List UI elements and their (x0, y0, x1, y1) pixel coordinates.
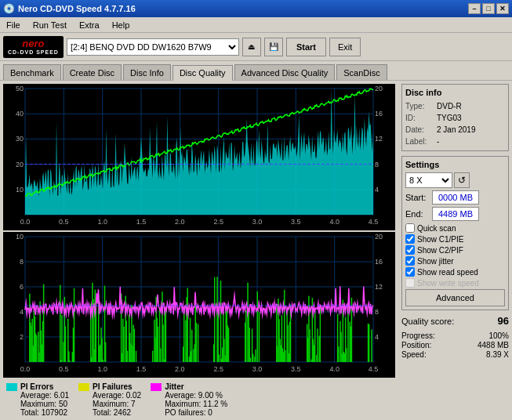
nero-logo: nero CD-DVD SPEED (3, 36, 64, 58)
start-row: Start: (405, 190, 505, 205)
speed-row: Speed: 8.39 X (401, 350, 509, 359)
quality-score-row: Quality score: 96 (401, 315, 509, 327)
menu-file[interactable]: File (3, 19, 24, 31)
show-read-speed-checkbox[interactable] (405, 267, 415, 277)
start-label: Start: (405, 193, 430, 202)
show-c2pif-row: Show C2/PIF (405, 245, 505, 255)
show-c2pif-checkbox[interactable] (405, 245, 415, 255)
end-input[interactable] (432, 207, 479, 221)
chart-area: PI Errors Average: 6.01 Maximum: 50 Tota… (0, 81, 398, 420)
disc-label-row: Label: - (405, 136, 505, 147)
speed-label: Speed: (401, 350, 427, 359)
quality-score-value: 96 (498, 315, 509, 327)
minimize-button[interactable]: – (468, 3, 481, 14)
chart2-container (3, 232, 395, 378)
legend-jitter: Jitter Average: 9.00 % Maximum: 11.2 % P… (151, 382, 227, 417)
advanced-button[interactable]: Advanced (405, 289, 505, 306)
quality-score-label: Quality score: (401, 317, 454, 326)
tabs: Benchmark Create Disc Disc Info Disc Qua… (0, 61, 512, 80)
speed-value: 8.39 X (486, 350, 509, 359)
toolbar: nero CD-DVD SPEED [2:4] BENQ DVD DD DW16… (0, 33, 512, 61)
device-select[interactable]: [2:4] BENQ DVD DD DW1620 B7W9 (67, 38, 239, 56)
legend-pi-errors: PI Errors Average: 6.01 Maximum: 50 Tota… (6, 382, 69, 417)
speed-row: 8 X ↺ (405, 172, 505, 188)
show-write-speed-checkbox (405, 278, 415, 288)
eject-button[interactable]: ⏏ (242, 38, 261, 56)
right-panel: Disc info Type: DVD-R ID: TYG03 Date: 2 … (398, 81, 512, 420)
speed-select[interactable]: 8 X (405, 172, 452, 188)
disc-info-title: Disc info (405, 88, 505, 97)
title-bar-text: Nero CD-DVD Speed 4.7.7.16 (18, 4, 136, 13)
settings-box: Settings 8 X ↺ Start: End: Quick scan (401, 156, 509, 310)
menu-bar: File Run Test Extra Help (0, 17, 512, 33)
legend: PI Errors Average: 6.01 Maximum: 50 Tota… (3, 379, 395, 417)
save-button[interactable]: 💾 (264, 38, 283, 56)
jitter-text: Jitter Average: 9.00 % Maximum: 11.2 % P… (165, 382, 227, 417)
show-write-speed-label: Show write speed (417, 279, 479, 288)
show-jitter-checkbox[interactable] (405, 256, 415, 266)
show-c1pie-label: Show C1/PIE (417, 235, 463, 244)
app-icon: 💿 (3, 3, 15, 14)
start-input[interactable] (432, 190, 479, 205)
chart1-canvas (3, 84, 395, 230)
title-bar: 💿 Nero CD-DVD Speed 4.7.7.16 – □ ✕ (0, 0, 512, 17)
show-c1pie-row: Show C1/PIE (405, 234, 505, 244)
disc-type-row: Type: DVD-R (405, 100, 505, 112)
tab-disc-info[interactable]: Disc Info (123, 64, 171, 80)
chart2-canvas (3, 232, 395, 378)
tab-create-disc[interactable]: Create Disc (63, 64, 122, 80)
menu-extra[interactable]: Extra (76, 19, 103, 31)
tab-advanced-disc-quality[interactable]: Advanced Disc Quality (234, 64, 336, 80)
chart1-container (3, 84, 395, 230)
title-bar-controls: – □ ✕ (468, 3, 509, 14)
show-c1pie-checkbox[interactable] (405, 234, 415, 244)
title-bar-left: 💿 Nero CD-DVD Speed 4.7.7.16 (3, 3, 136, 14)
position-value: 4488 MB (478, 341, 509, 349)
show-read-speed-row: Show read speed (405, 267, 505, 277)
tab-disc-quality[interactable]: Disc Quality (172, 65, 233, 81)
disc-date-row: Date: 2 Jan 2019 (405, 124, 505, 136)
pi-errors-text: PI Errors Average: 6.01 Maximum: 50 Tota… (20, 382, 69, 417)
position-row: Position: 4488 MB (401, 341, 509, 349)
end-label: End: (405, 209, 430, 219)
progress-label: Progress: (401, 331, 435, 340)
tab-benchmark[interactable]: Benchmark (3, 64, 61, 80)
show-jitter-label: Show jitter (417, 257, 454, 266)
progress-value: 100% (488, 331, 509, 340)
show-read-speed-label: Show read speed (417, 268, 478, 277)
tab-scandisc[interactable]: ScanDisc (336, 64, 387, 80)
quick-scan-checkbox[interactable] (405, 223, 415, 233)
exit-button[interactable]: Exit (329, 38, 361, 56)
show-jitter-row: Show jitter (405, 256, 505, 266)
settings-title: Settings (405, 160, 505, 169)
position-label: Position: (401, 341, 431, 349)
close-button[interactable]: ✕ (496, 3, 509, 14)
start-button[interactable]: Start (286, 38, 326, 56)
progress-section: Progress: 100% Position: 4488 MB Speed: … (401, 331, 509, 360)
refresh-button[interactable]: ↺ (454, 172, 470, 188)
jitter-color-box (151, 383, 162, 391)
main-content: PI Errors Average: 6.01 Maximum: 50 Tota… (0, 80, 512, 420)
quick-scan-row: Quick scan (405, 223, 505, 233)
menu-help[interactable]: Help (109, 19, 133, 31)
quick-scan-label: Quick scan (417, 224, 456, 233)
pi-errors-color-box (6, 383, 17, 391)
show-c2pif-label: Show C2/PIF (417, 246, 463, 255)
show-write-speed-row: Show write speed (405, 278, 505, 288)
menu-run-test[interactable]: Run Test (30, 19, 70, 31)
end-row: End: (405, 207, 505, 221)
disc-id-row: ID: TYG03 (405, 112, 505, 124)
disc-info-box: Disc info Type: DVD-R ID: TYG03 Date: 2 … (401, 84, 509, 151)
progress-row: Progress: 100% (401, 331, 509, 340)
pi-failures-color-box (78, 383, 89, 391)
legend-pi-failures: PI Failures Average: 0.02 Maximum: 7 Tot… (78, 382, 141, 417)
pi-failures-text: PI Failures Average: 0.02 Maximum: 7 Tot… (93, 382, 141, 417)
maximize-button[interactable]: □ (482, 3, 495, 14)
